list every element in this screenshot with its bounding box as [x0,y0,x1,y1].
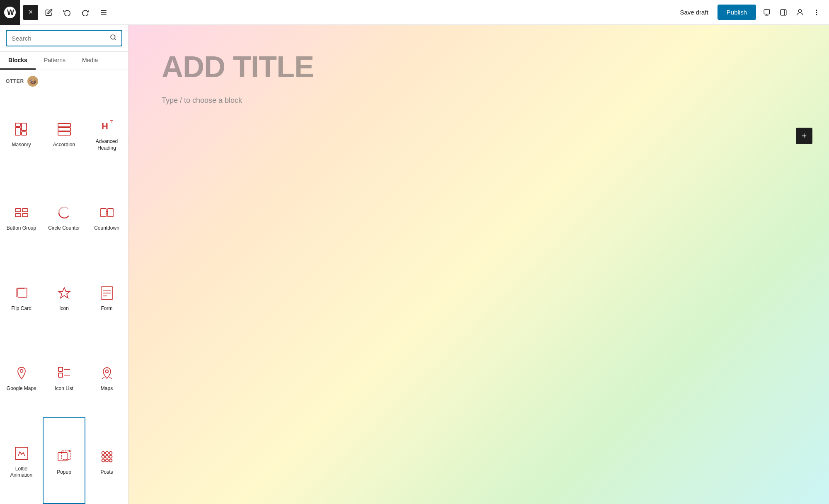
form-icon [98,284,116,302]
svg-text:H: H [102,121,108,131]
edit-icon-button[interactable] [41,5,56,20]
block-item-icon[interactable]: Icon [43,257,85,337]
svg-rect-20 [58,124,70,127]
svg-rect-33 [108,208,113,217]
button-group-icon [12,204,31,222]
block-item-flip-card[interactable]: Flip Card [0,257,43,337]
close-button[interactable]: × [23,5,38,20]
block-item-posts[interactable]: Posts [85,417,128,504]
section-label: OTTER 🦦 [0,70,128,90]
svg-marker-37 [58,288,70,298]
svg-point-60 [105,459,108,462]
search-input-wrap [6,30,122,46]
block-item-icon-list[interactable]: Icon List [43,337,85,417]
tabs: Blocks Patterns Media [0,52,128,70]
svg-point-55 [109,451,112,454]
svg-point-12 [816,12,817,13]
svg-point-56 [102,455,104,458]
block-label-icon-list: Icon List [55,385,73,392]
publish-button[interactable]: Publish [717,5,756,20]
svg-rect-26 [15,208,21,212]
main-layout: Blocks Patterns Media OTTER 🦦 [0,25,829,504]
sidebar-toggle-button[interactable] [776,5,791,20]
block-item-popup[interactable]: Popup [43,417,85,504]
posts-icon [98,448,116,466]
block-item-circle-counter[interactable]: Circle Counter [43,177,85,257]
svg-point-54 [105,451,108,454]
save-draft-button[interactable]: Save draft [674,5,714,19]
block-label-advanced-heading: Advanced Heading [90,138,124,151]
tab-patterns[interactable]: Patterns [36,52,74,70]
block-label-button-group: Button Group [7,225,36,232]
icon-list-icon [55,364,73,382]
popup-icon [55,448,73,466]
accordion-icon [55,120,73,138]
block-label-masonry: Masonry [12,142,31,148]
block-item-button-group[interactable]: Button Group [0,177,43,257]
svg-rect-32 [101,208,106,217]
otter-avatar: 🦦 [27,76,38,87]
svg-text:W: W [7,8,14,17]
tab-media[interactable]: Media [74,52,106,70]
block-label-icon: Icon [59,305,69,312]
tools-button[interactable] [96,5,111,20]
svg-rect-43 [58,367,63,371]
svg-point-11 [816,10,817,11]
maps-icon [98,364,116,382]
editor-title: ADD TITLE [162,50,314,84]
advanced-heading-icon: H + [98,117,116,135]
editor-area[interactable]: ADD TITLE Type / to choose a block + [128,25,829,504]
sidebar: Blocks Patterns Media OTTER 🦦 [0,25,128,504]
block-item-masonry[interactable]: Masonry [0,90,43,177]
block-label-posts: Posts [100,469,113,476]
svg-rect-29 [22,213,28,217]
svg-rect-19 [22,132,27,135]
circle-counter-icon [55,204,73,222]
block-label-accordion: Accordion [53,142,75,148]
user-avatar-button[interactable] [793,5,807,20]
flip-card-icon [12,284,31,302]
svg-point-58 [109,455,112,458]
svg-rect-21 [58,128,70,131]
svg-point-42 [20,370,23,373]
undo-button[interactable] [60,5,75,20]
add-block-button[interactable]: + [796,128,812,144]
search-input[interactable] [12,35,107,42]
search-icon [110,34,116,42]
block-item-lottie-animation[interactable]: Lottie Animation [0,417,43,504]
svg-point-61 [109,459,112,462]
block-label-popup: Popup [57,469,71,476]
search-box [0,25,128,52]
block-item-form[interactable]: Form [85,257,128,337]
preview-icon-button[interactable] [759,5,774,20]
block-label-flip-card: Flip Card [11,305,32,312]
block-item-accordion[interactable]: Accordion [43,90,85,177]
svg-point-10 [798,9,801,12]
block-label-circle-counter: Circle Counter [48,225,80,232]
block-label-lottie-animation: Lottie Animation [4,466,39,479]
more-options-button[interactable] [809,5,824,20]
svg-rect-44 [58,373,63,377]
block-label-countdown: Countdown [94,225,119,232]
block-item-maps[interactable]: Maps [85,337,128,417]
svg-rect-27 [15,213,21,217]
svg-rect-22 [58,132,70,135]
redo-button[interactable] [78,5,93,20]
blocks-grid: Masonry Accordion H [0,90,128,504]
wp-logo: W [0,0,20,25]
svg-point-59 [102,459,104,462]
svg-rect-8 [781,10,786,15]
svg-rect-49 [58,453,67,461]
block-item-countdown[interactable]: Countdown [85,177,128,257]
block-label-maps: Maps [101,385,113,392]
svg-point-13 [816,14,817,15]
svg-point-14 [111,35,115,39]
icon-icon [55,284,73,302]
svg-rect-5 [764,10,770,14]
block-item-google-maps[interactable]: Google Maps [0,337,43,417]
svg-point-53 [102,451,104,454]
tab-blocks[interactable]: Blocks [0,52,36,70]
block-item-advanced-heading[interactable]: H + Advanced Heading [85,90,128,177]
google-maps-icon [12,364,31,382]
topbar: W × Save draft Publish [0,0,829,25]
